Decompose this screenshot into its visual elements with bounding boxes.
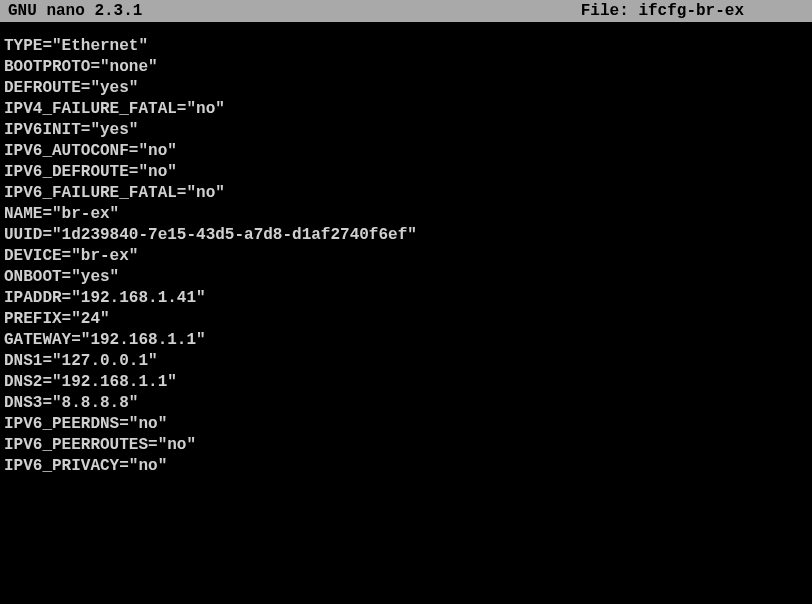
editor-line[interactable]: DNS2="192.168.1.1" xyxy=(4,372,808,393)
editor-line[interactable]: DEFROUTE="yes" xyxy=(4,78,808,99)
editor-line[interactable]: PREFIX="24" xyxy=(4,309,808,330)
editor-line[interactable]: DEVICE="br-ex" xyxy=(4,246,808,267)
titlebar: GNU nano 2.3.1 File: ifcfg-br-ex xyxy=(0,0,812,22)
editor-line[interactable]: IPV6_PRIVACY="no" xyxy=(4,456,808,477)
editor-line[interactable]: IPV6_DEFROUTE="no" xyxy=(4,162,808,183)
editor-line[interactable]: IPV6_AUTOCONF="no" xyxy=(4,141,808,162)
editor-line[interactable]: BOOTPROTO="none" xyxy=(4,57,808,78)
editor-line[interactable]: IPV4_FAILURE_FATAL="no" xyxy=(4,99,808,120)
editor-area[interactable]: TYPE="Ethernet"BOOTPROTO="none"DEFROUTE=… xyxy=(0,22,812,481)
file-name-label: File: ifcfg-br-ex xyxy=(581,2,744,20)
editor-line[interactable]: TYPE="Ethernet" xyxy=(4,36,808,57)
editor-line[interactable]: NAME="br-ex" xyxy=(4,204,808,225)
editor-line[interactable]: IPV6_PEERDNS="no" xyxy=(4,414,808,435)
editor-line[interactable]: ONBOOT="yes" xyxy=(4,267,808,288)
editor-line[interactable]: UUID="1d239840-7e15-43d5-a7d8-d1af2740f6… xyxy=(4,225,808,246)
editor-line[interactable]: DNS3="8.8.8.8" xyxy=(4,393,808,414)
editor-line[interactable]: IPV6INIT="yes" xyxy=(4,120,808,141)
editor-line[interactable]: IPV6_PEERROUTES="no" xyxy=(4,435,808,456)
editor-line[interactable]: GATEWAY="192.168.1.1" xyxy=(4,330,808,351)
editor-line[interactable]: IPV6_FAILURE_FATAL="no" xyxy=(4,183,808,204)
editor-line[interactable]: DNS1="127.0.0.1" xyxy=(4,351,808,372)
editor-line[interactable]: IPADDR="192.168.1.41" xyxy=(4,288,808,309)
app-name-version: GNU nano 2.3.1 xyxy=(8,2,142,20)
